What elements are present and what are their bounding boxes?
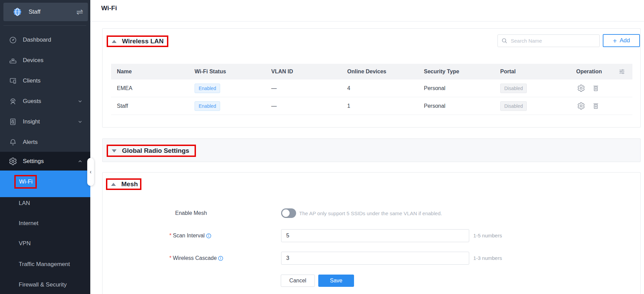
cell-name: Staff (111, 103, 195, 109)
section-title: Global Radio Settings (122, 147, 189, 155)
gear-icon (9, 157, 17, 165)
column-header-operation: Operation (576, 69, 602, 75)
guests-icon (9, 97, 17, 105)
wireless-cascade-input[interactable] (281, 252, 469, 265)
sidebar-collapse-handle[interactable]: ‹ (87, 158, 94, 186)
cell-security-type: Personal (424, 103, 500, 109)
chevron-down-icon (77, 99, 83, 104)
status-badge: Enabled (195, 84, 220, 93)
mesh-card: Mesh Enable Mesh The AP only support 5 S… (102, 172, 641, 294)
sidebar-item-label: Clients (23, 77, 41, 84)
required-asterisk: * (169, 233, 171, 239)
cell-vlan-id: — (271, 103, 347, 109)
column-header-vlan-id: VLAN ID (271, 69, 347, 75)
insight-icon (9, 118, 17, 126)
column-settings-icon[interactable] (618, 68, 626, 75)
column-header-online-devices: Online Devices (347, 69, 424, 75)
sidebar-divider (3, 25, 86, 26)
field-label-text: Wireless Cascade (173, 255, 217, 261)
search-box[interactable] (497, 34, 600, 47)
clients-icon (9, 77, 17, 85)
edit-settings-icon[interactable] (577, 102, 585, 110)
sidebar-item-label: Settings (23, 158, 44, 165)
add-button[interactable]: + Add (603, 34, 640, 47)
search-input[interactable] (511, 38, 596, 44)
collapse-triangle-down-icon[interactable] (112, 149, 117, 152)
chevron-left-icon: ‹ (90, 169, 91, 175)
page-header: Wi-Fi (90, 0, 644, 21)
info-icon[interactable] (206, 233, 212, 239)
search-icon (501, 38, 508, 44)
sidebar: Staff ⇌ Dashboard Devices Clients Guests… (0, 0, 90, 294)
column-header-wifi-status: Wi-Fi Status (195, 69, 271, 75)
table-row[interactable]: EMEA Enabled — 4 Personal Disabled (111, 79, 632, 97)
sidebar-item-insight[interactable]: Insight (0, 112, 90, 132)
sidebar-item-firewall-security[interactable]: Firewall & Security (19, 280, 67, 289)
main-content: Wi-Fi Wireless LAN + Add Name Wi-Fi Stat… (90, 0, 644, 294)
enable-mesh-hint: The AP only support 5 SSIDs under the sa… (299, 210, 442, 216)
wireless-lan-card: Wireless LAN + Add Name Wi-Fi Status VLA… (102, 28, 641, 128)
sidebar-item-internet[interactable]: Internet (19, 219, 39, 228)
cell-vlan-id: — (271, 85, 347, 91)
add-button-label: Add (620, 37, 630, 44)
wireless-cascade-label: * Wireless Cascade (169, 255, 224, 261)
sidebar-item-label: Guests (23, 98, 41, 105)
page-title: Wi-Fi (101, 4, 117, 12)
scan-interval-input[interactable] (281, 229, 469, 242)
edit-settings-icon[interactable] (577, 84, 585, 92)
enable-mesh-toggle[interactable] (281, 208, 296, 218)
sidebar-item-clients[interactable]: Clients (0, 71, 90, 91)
sidebar-item-wifi-active[interactable]: Wi-Fi (0, 171, 90, 197)
field-label-text: Scan Interval (173, 233, 204, 239)
section-title: Mesh (121, 180, 138, 188)
status-badge: Enabled (195, 101, 220, 111)
sidebar-item-label: Dashboard (23, 36, 51, 43)
section-title: Wireless LAN (122, 38, 164, 45)
chevron-down-icon (77, 119, 83, 124)
bell-icon (9, 138, 17, 146)
column-header-portal: Portal (500, 69, 576, 75)
wireless-cascade-hint: 1-3 numbers (473, 255, 502, 261)
collapse-triangle-up-icon[interactable] (112, 40, 117, 43)
annotation-box-global-radio: Global Radio Settings (107, 145, 196, 157)
save-button[interactable]: Save (318, 275, 354, 287)
annotation-box-wireless-lan: Wireless LAN (107, 35, 168, 47)
sidebar-item-label: Wi-Fi (19, 178, 33, 185)
sidebar-item-devices[interactable]: Devices (0, 50, 90, 71)
info-icon[interactable] (218, 255, 224, 261)
cell-online-devices: 4 (347, 85, 424, 91)
site-selector[interactable]: Staff ⇌ (3, 3, 88, 21)
toggle-knob (282, 209, 290, 217)
globe-icon (13, 8, 22, 16)
column-header-security-type: Security Type (424, 69, 500, 75)
settings-submenu: LAN Internet VPN Traffic Management Fire… (0, 197, 90, 294)
scan-interval-hint: 1-5 numbers (473, 233, 502, 238)
sidebar-item-lan[interactable]: LAN (19, 199, 30, 208)
plus-icon: + (613, 37, 617, 44)
cell-security-type: Personal (424, 85, 500, 91)
portal-badge: Disabled (500, 84, 527, 93)
sidebar-item-alerts[interactable]: Alerts (0, 132, 90, 152)
switch-site-icon[interactable]: ⇌ (76, 8, 83, 16)
cell-online-devices: 1 (347, 103, 424, 109)
sidebar-item-settings[interactable]: Settings (0, 152, 90, 171)
delete-icon[interactable] (592, 84, 600, 92)
column-header-name: Name (111, 69, 195, 75)
wireless-lan-table: Name Wi-Fi Status VLAN ID Online Devices… (111, 64, 632, 115)
table-header-row: Name Wi-Fi Status VLAN ID Online Devices… (111, 64, 632, 79)
global-radio-settings-card: Global Radio Settings (102, 138, 641, 162)
collapse-triangle-up-icon[interactable] (111, 183, 116, 186)
sidebar-item-vpn[interactable]: VPN (19, 239, 31, 248)
delete-icon[interactable] (592, 102, 600, 110)
enable-mesh-label: Enable Mesh (175, 210, 207, 216)
cancel-button[interactable]: Cancel (281, 275, 315, 287)
scan-interval-label: * Scan Interval (169, 233, 212, 239)
sidebar-item-traffic-management[interactable]: Traffic Management (19, 260, 70, 269)
chevron-up-icon (77, 159, 83, 164)
sidebar-item-label: Alerts (23, 139, 37, 146)
table-row[interactable]: Staff Enabled — 1 Personal Disabled (111, 97, 632, 115)
devices-icon (9, 56, 17, 64)
cell-name: EMEA (111, 85, 195, 91)
sidebar-item-dashboard[interactable]: Dashboard (0, 30, 90, 50)
sidebar-item-guests[interactable]: Guests (0, 91, 90, 112)
